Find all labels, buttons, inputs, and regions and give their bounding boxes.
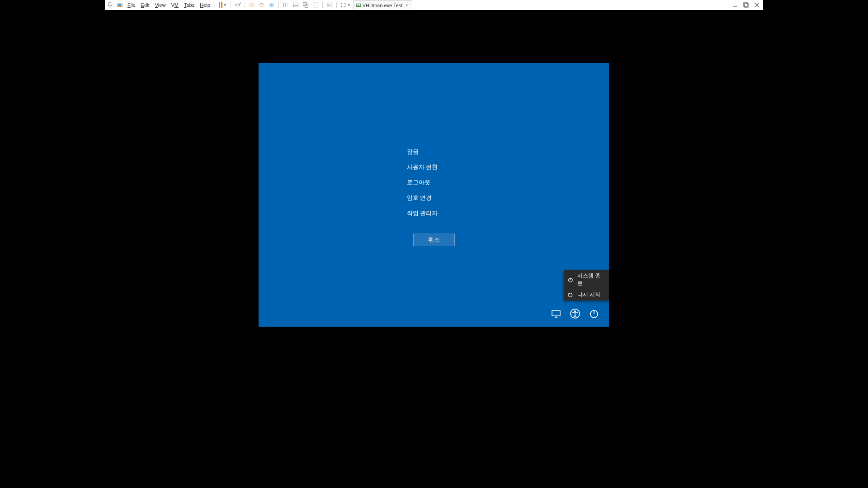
- snapshot-take-icon[interactable]: [247, 0, 257, 10]
- fullscreen-icon[interactable]: ▼: [339, 0, 352, 10]
- snapshot-manager-icon[interactable]: [267, 0, 277, 10]
- network-button[interactable]: [550, 308, 562, 319]
- svg-rect-1: [118, 4, 122, 5]
- svg-rect-20: [552, 310, 560, 316]
- option-task-manager[interactable]: 작업 관리자: [407, 206, 438, 221]
- menu-edit[interactable]: Edit: [138, 0, 152, 10]
- power-menu-shutdown[interactable]: 시스템 종료: [564, 270, 609, 289]
- vm-tab[interactable]: VHDman.exe Test ×: [353, 0, 412, 9]
- menu-vm[interactable]: VM: [168, 0, 181, 10]
- window-controls: [731, 0, 763, 9]
- vmware-toolbar: File Edit View VM Tabs Help ▼: [105, 0, 763, 10]
- svg-rect-7: [283, 3, 285, 7]
- corner-icons: [550, 308, 600, 319]
- svg-point-6: [271, 4, 273, 6]
- power-button[interactable]: [588, 308, 600, 319]
- separator: [245, 2, 245, 8]
- option-sign-out[interactable]: 로그아웃: [407, 175, 430, 190]
- separator: [215, 2, 215, 8]
- svg-rect-8: [286, 3, 288, 7]
- restart-icon: [567, 292, 574, 298]
- separator: [278, 2, 279, 8]
- dropdown-caret-icon: ▼: [347, 3, 351, 7]
- minimize-button[interactable]: [731, 0, 740, 9]
- vm-tab-title: VHDman.exe Test: [363, 3, 402, 8]
- maximize-button[interactable]: [741, 0, 750, 9]
- power-menu-restart[interactable]: 다시 시작: [564, 289, 609, 300]
- option-switch-user[interactable]: 사용자 전환: [407, 160, 438, 175]
- vmware-window: File Edit View VM Tabs Help ▼: [105, 0, 763, 371]
- svg-rect-10: [293, 5, 298, 7]
- snapshot-revert-icon[interactable]: [257, 0, 267, 10]
- svg-point-22: [574, 310, 576, 312]
- separator: [322, 2, 323, 8]
- power-icon: [589, 308, 599, 319]
- screen-icon[interactable]: [115, 0, 125, 10]
- dropdown-caret-icon: ▼: [223, 3, 227, 7]
- pin-icon[interactable]: [105, 0, 115, 10]
- option-change-password[interactable]: 암호 변경: [407, 190, 432, 206]
- network-icon: [551, 308, 561, 319]
- security-options-list: 잠금 사용자 전환 로그아웃 암호 변경 작업 관리자 취소: [407, 144, 461, 246]
- separator: [231, 2, 231, 8]
- menu-file[interactable]: File: [125, 0, 138, 10]
- svg-rect-18: [745, 4, 748, 7]
- power-icon: [567, 277, 574, 283]
- option-lock[interactable]: 잠금: [407, 144, 419, 160]
- view-disabled-icon: [311, 0, 321, 10]
- close-icon[interactable]: ×: [404, 2, 409, 9]
- toolbar-left-group: File Edit View VM Tabs Help ▼: [105, 0, 412, 10]
- close-button[interactable]: [752, 0, 761, 9]
- guest-security-screen: 잠금 사용자 전환 로그아웃 암호 변경 작업 관리자 취소 시스템 종료 다시…: [259, 63, 609, 327]
- view-single-icon[interactable]: [281, 0, 291, 10]
- power-menu-label: 시스템 종료: [577, 272, 605, 287]
- ease-of-access-button[interactable]: [569, 308, 581, 319]
- menu-tabs[interactable]: Tabs: [181, 0, 197, 10]
- view-unity-icon[interactable]: [301, 0, 311, 10]
- view-console-icon[interactable]: [291, 0, 301, 10]
- vm-tab-icon: [356, 3, 361, 8]
- power-menu: 시스템 종료 다시 시작: [564, 270, 609, 300]
- menu-view[interactable]: View: [152, 0, 169, 10]
- cancel-button[interactable]: 취소: [413, 234, 455, 246]
- ease-of-access-icon: [570, 308, 580, 319]
- svg-rect-17: [744, 3, 747, 6]
- pause-button[interactable]: ▼: [217, 0, 229, 10]
- power-menu-label: 다시 시작: [577, 291, 600, 299]
- svg-rect-14: [327, 3, 332, 7]
- tab-strip: VHDman.exe Test ×: [353, 0, 412, 10]
- pause-icon: [219, 2, 222, 8]
- separator: [336, 2, 337, 8]
- svg-rect-2: [235, 4, 239, 6]
- menu-help[interactable]: Help: [197, 0, 213, 10]
- vm-viewport: 잠금 사용자 전환 로그아웃 암호 변경 작업 관리자 취소 시스템 종료 다시…: [105, 10, 763, 371]
- quick-switch-icon[interactable]: [325, 0, 335, 10]
- send-cad-icon[interactable]: [233, 0, 243, 10]
